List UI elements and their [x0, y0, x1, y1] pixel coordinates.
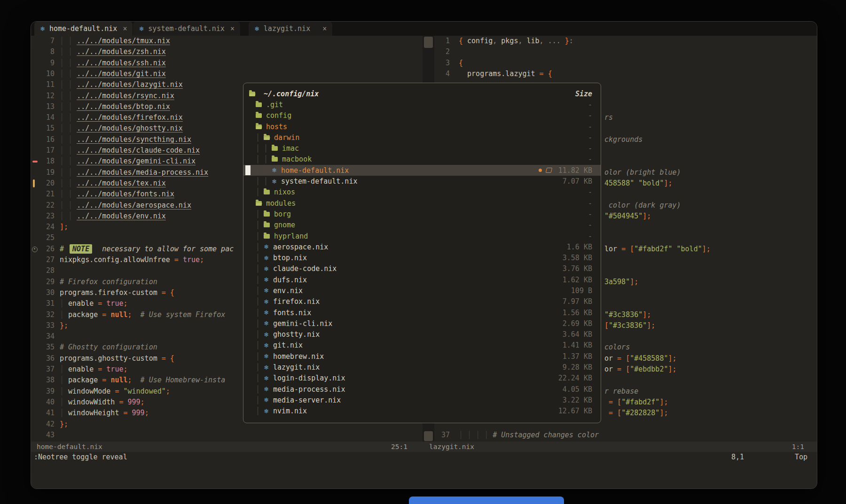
scroll-indicator: Top	[795, 452, 807, 463]
code-token: ;	[141, 398, 145, 406]
tree-row-fonts-nix[interactable]: │❄fonts.nix1.56 KB	[243, 307, 601, 318]
tree-row-config[interactable]: config-	[243, 110, 601, 121]
tree-row-firefox-nix[interactable]: │❄firefox.nix7.97 KB	[243, 296, 601, 307]
code-token	[132, 310, 141, 319]
close-icon[interactable]: ×	[230, 24, 235, 33]
git-modified-dot-icon	[539, 169, 542, 172]
tab-home-default-nix[interactable]: ❄home-default.nix×	[34, 22, 133, 36]
file-size: -	[552, 188, 592, 196]
tree-row-hyprland[interactable]: │hyprland-	[243, 231, 601, 241]
indent-guide: │	[256, 210, 264, 218]
file-size: -	[552, 111, 592, 120]
tree-row-hosts[interactable]: hosts-	[243, 121, 601, 132]
code-token: │ │	[60, 59, 77, 67]
tree-item-name: firefox.nix	[273, 297, 320, 306]
file-size: -	[552, 221, 592, 229]
tree-row-btop-nix[interactable]: │❄btop.nix3.58 KB	[243, 252, 601, 263]
code-token: "#282828"	[621, 409, 659, 417]
nix-file-icon: ❄	[264, 276, 269, 283]
code-token: 999	[132, 409, 145, 417]
line-number: 36	[31, 353, 55, 364]
tree-row-imac[interactable]: ││imac-	[243, 143, 601, 154]
tree-row-dufs-nix[interactable]: │❄dufs.nix1.62 KB	[243, 274, 601, 285]
nix-file-icon: ❄	[264, 298, 269, 305]
line-number: 17	[31, 145, 55, 156]
file-size: 1.37 KB	[552, 352, 592, 361]
code-token: ../../modules/git.nix	[77, 70, 166, 78]
command-line[interactable]: :Neotree toggle reveal 8,1 Top	[31, 452, 817, 463]
tree-row-gnome[interactable]: │gnome-	[243, 220, 601, 231]
tree-row-system-default-nix[interactable]: ││❄system-default.nix7.07 KB	[243, 176, 601, 186]
tree-row-modules[interactable]: modules-	[243, 198, 601, 209]
tree-row-claude-code-nix[interactable]: │❄claude-code.nix3.76 KB	[243, 264, 601, 274]
close-icon[interactable]: ×	[322, 24, 327, 33]
tree-row-borg[interactable]: │borg-	[243, 209, 601, 219]
folder-open-icon	[264, 135, 270, 140]
code-line: 7│ │ ../../modules/tmux.nix	[31, 36, 423, 47]
nix-file-icon: ❄	[264, 364, 269, 371]
indent-guide: │	[256, 243, 264, 251]
code-line: 4 programs.lazygit = {	[434, 69, 817, 79]
code-line: 10│ │ ../../modules/git.nix	[31, 69, 423, 79]
tree-row-lazygit-nix[interactable]: │❄lazygit.nix9.28 KB	[243, 362, 601, 372]
nix-file-icon: ❄	[264, 375, 269, 382]
code-token: # Ghostty configuration	[60, 343, 157, 351]
code-token: ../../modules/ghostty.nix	[77, 124, 183, 132]
ruler-position: 8,1	[731, 452, 744, 463]
folder-open-icon	[249, 92, 255, 96]
tree-row-git-nix[interactable]: │❄git.nix1.41 KB	[243, 340, 601, 351]
tree-row-home-default-nix[interactable]: ││❄home-default.nix11.82 KB	[243, 165, 601, 176]
tree-row-login-display-nix[interactable]: │❄login-display.nix22.24 KB	[243, 373, 601, 384]
line-number: 14	[31, 112, 55, 123]
code-token: ;	[123, 299, 127, 308]
file-size: 3.58 KB	[552, 254, 592, 262]
tree-row--git[interactable]: .git-	[243, 99, 601, 110]
indent-guide: │	[264, 177, 272, 186]
tree-row-homebrew-nix[interactable]: │❄homebrew.nix1.37 KB	[243, 351, 601, 362]
note-badge: NOTE	[70, 244, 92, 254]
line-number: 34	[31, 331, 55, 342]
indent-guide: │	[256, 309, 264, 317]
tab-system-default-nix[interactable]: ❄system-default.nix×	[133, 22, 241, 36]
folder-icon	[272, 146, 278, 151]
tree-row-ghostty-nix[interactable]: │❄ghostty.nix3.64 KB	[243, 329, 601, 340]
nix-file-icon: ❄	[264, 255, 269, 262]
code-token: ];	[702, 245, 711, 253]
indent-guide: │	[256, 264, 264, 273]
tree-row-nvim-nix[interactable]: │❄nvim.nix12.67 KB	[243, 406, 601, 417]
code-token: "#458588"	[630, 354, 668, 363]
scrollbar-thumb-bottom[interactable]	[424, 431, 433, 441]
code-fragment: colors	[604, 342, 630, 353]
nix-file-icon: ❄	[139, 25, 144, 32]
tree-row-gemini-cli-nix[interactable]: │❄gemini-cli.nix2.69 KB	[243, 318, 601, 329]
code-token: ];	[642, 310, 651, 319]
indent-guide: │	[256, 352, 264, 361]
code-token: │ │	[60, 47, 77, 56]
tab-lazygit-nix[interactable]: ❄lazygit.nix×	[249, 22, 333, 36]
scrollbar-thumb-top[interactable]	[424, 37, 433, 48]
folder-icon	[272, 157, 278, 162]
code-token: ];	[60, 223, 68, 231]
code-token: =	[119, 398, 127, 406]
tree-row-nixos[interactable]: │nixos-	[243, 187, 601, 198]
tree-row-env-nix[interactable]: │❄env.nix109 B	[243, 285, 601, 296]
code-token: ../../modules/media-process.nix	[77, 168, 208, 177]
code-token: ];	[668, 354, 676, 363]
code-token: │ │	[60, 157, 77, 165]
tree-row-macbook[interactable]: ││macbook-	[243, 154, 601, 165]
file-size: 2.69 KB	[552, 319, 592, 328]
tree-row-aerospace-nix[interactable]: │❄aerospace.nix1.6 KB	[243, 241, 601, 252]
code-line: 9│ │ ../../modules/ssh.nix	[31, 58, 423, 69]
code-token: necessary to allow for some pac	[94, 245, 234, 253]
neotree-root-path: ~/.config/nix	[264, 90, 319, 98]
code-token: # Firefox configuration	[60, 278, 157, 286]
tree-row-media-server-nix[interactable]: │❄media-server.nix3.22 KB	[243, 395, 601, 405]
tree-row-darwin[interactable]: │darwin-	[243, 132, 601, 143]
code-token: null	[110, 376, 127, 384]
close-icon[interactable]: ×	[123, 24, 127, 33]
indent-guide: │	[256, 221, 264, 229]
code-token: :	[569, 37, 573, 45]
tree-row-media-process-nix[interactable]: │❄media-process.nix4.05 KB	[243, 384, 601, 395]
tree-item-name: fonts.nix	[273, 309, 311, 317]
indent-guide: │	[264, 144, 272, 153]
